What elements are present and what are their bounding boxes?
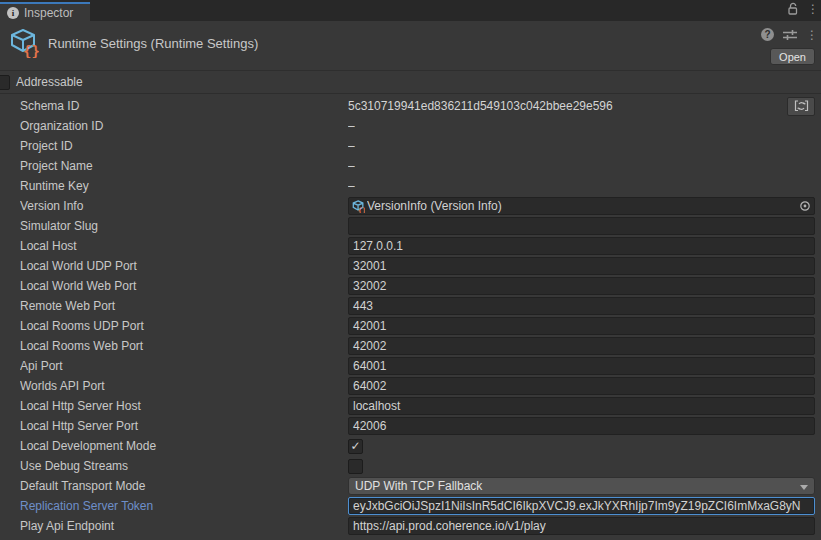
property-label: Local Http Server Port (20, 419, 348, 433)
property-label: Local Host (20, 239, 348, 253)
property-label: Local Rooms Web Port (20, 339, 348, 353)
property-row-default-transport-mode: Default Transport ModeUDP With TCP Fallb… (0, 476, 821, 496)
property-label: Simulator Slug (20, 219, 348, 233)
version-info-object-field[interactable]: {}VersionInfo (Version Info) (348, 197, 815, 215)
api-port-input[interactable]: 64001 (348, 357, 815, 375)
schema-id-value: 5c310719941ed836211d549103c042bbee29e596 (348, 99, 613, 113)
local-rooms-web-port-input[interactable]: 42002 (348, 337, 815, 355)
addressable-label: Addressable (16, 75, 83, 89)
properties-list: Schema ID5c310719941ed836211d549103c042b… (0, 94, 821, 536)
property-label: Runtime Key (20, 179, 348, 193)
kebab-menu-icon[interactable]: ⋮ (806, 29, 814, 41)
property-label: Use Debug Streams (20, 459, 348, 473)
object-picker-icon[interactable] (798, 199, 812, 213)
property-row-remote-web-port: Remote Web Port443 (0, 296, 821, 316)
property-label: Play Api Endpoint (20, 519, 348, 533)
property-row-schema-id: Schema ID5c310719941ed836211d549103c042b… (0, 96, 821, 116)
property-row-api-port: Api Port64001 (0, 356, 821, 376)
property-label: Local Http Server Host (20, 399, 348, 413)
unlock-icon[interactable] (788, 2, 799, 15)
object-field-value: VersionInfo (Version Info) (367, 199, 798, 213)
property-label: Local World UDP Port (20, 259, 348, 273)
coherence-cube-icon: {} (9, 28, 39, 58)
property-label: Local World Web Port (20, 279, 348, 293)
property-row-play-api-endpoint: Play Api Endpointhttps://api.prod.cohere… (0, 516, 821, 536)
property-row-worlds-api-port: Worlds API Port64002 (0, 376, 821, 396)
property-row-runtime-key: Runtime Key– (0, 176, 821, 196)
property-label: Worlds API Port (20, 379, 348, 393)
chevron-down-icon (800, 485, 808, 490)
default-transport-mode-dropdown[interactable]: UDP With TCP Fallback (348, 477, 815, 495)
scriptable-object-icon: {} (352, 200, 365, 213)
property-label: Remote Web Port (20, 299, 348, 313)
property-row-project-id: Project ID– (0, 136, 821, 156)
property-row-local-world-udp-port: Local World UDP Port32001 (0, 256, 821, 276)
page-title: Runtime Settings (Runtime Settings) (48, 36, 258, 51)
project-id-value: – (348, 139, 355, 153)
local-http-server-host-input[interactable]: localhost (348, 397, 815, 415)
local-rooms-udp-port-input[interactable]: 42001 (348, 317, 815, 335)
replication-server-token-input[interactable]: eyJxbGciOiJSpzI1NiIsInR5dCI6IkpXVCJ9.exJ… (348, 497, 815, 515)
property-row-organization-id: Organization ID– (0, 116, 821, 136)
property-label: Project ID (20, 139, 348, 153)
local-world-web-port-input[interactable]: 32002 (348, 277, 815, 295)
property-label: Project Name (20, 159, 348, 173)
addressable-checkbox[interactable]: ✓ (0, 75, 10, 90)
project-name-value: – (348, 159, 355, 173)
local-development-mode-checkbox[interactable]: ✓ (348, 439, 363, 454)
property-label: Schema ID (20, 99, 348, 113)
property-row-local-development-mode: Local Development Mode✓ (0, 436, 821, 456)
tab-label: Inspector (24, 6, 73, 20)
local-world-udp-port-input[interactable]: 32001 (348, 257, 815, 275)
property-row-local-world-web-port: Local World Web Port32002 (0, 276, 821, 296)
property-row-local-rooms-udp-port: Local Rooms UDP Port42001 (0, 316, 821, 336)
runtime-key-value: – (348, 179, 355, 193)
property-label: Replication Server Token (20, 499, 348, 513)
svg-text:{}: {} (358, 205, 365, 212)
copy-schema-id-button[interactable] (787, 97, 815, 116)
play-api-endpoint-input[interactable]: https://api.prod.coherence.io/v1/play (348, 517, 815, 535)
use-debug-streams-checkbox[interactable]: ✓ (348, 459, 363, 474)
worlds-api-port-input[interactable]: 64002 (348, 377, 815, 395)
presets-icon[interactable] (783, 29, 797, 41)
property-row-local-http-server-host: Local Http Server Hostlocalhost (0, 396, 821, 416)
property-label: Version Info (20, 199, 348, 213)
inspector-header: {} Runtime Settings (Runtime Settings) ?… (0, 21, 821, 71)
tab-bar: i Inspector ⋮ (0, 0, 821, 21)
property-label: Organization ID (20, 119, 348, 133)
open-button[interactable]: Open (770, 48, 815, 65)
property-row-simulator-slug: Simulator Slug (0, 216, 821, 236)
property-label: Default Transport Mode (20, 479, 348, 493)
dropdown-selected-value: UDP With TCP Fallback (355, 479, 482, 493)
property-row-local-rooms-web-port: Local Rooms Web Port42002 (0, 336, 821, 356)
property-row-version-info: Version Info{}VersionInfo (Version Info) (0, 196, 821, 216)
tab-inspector[interactable]: i Inspector (0, 2, 90, 21)
property-row-use-debug-streams: Use Debug Streams✓ (0, 456, 821, 476)
svg-text:{}: {} (23, 43, 39, 58)
property-label: Local Development Mode (20, 439, 348, 453)
info-icon: i (7, 7, 19, 19)
local-http-server-port-input[interactable]: 42006 (348, 417, 815, 435)
remote-web-port-input[interactable]: 443 (348, 297, 815, 315)
property-row-local-http-server-port: Local Http Server Port42006 (0, 416, 821, 436)
simulator-slug-input[interactable] (348, 217, 815, 235)
kebab-menu-icon[interactable]: ⋮ (807, 3, 815, 15)
help-icon[interactable]: ? (761, 28, 774, 41)
property-label: Local Rooms UDP Port (20, 319, 348, 333)
local-host-input[interactable]: 127.0.0.1 (348, 237, 815, 255)
property-row-project-name: Project Name– (0, 156, 821, 176)
organization-id-value: – (348, 119, 355, 133)
property-label: Api Port (20, 359, 348, 373)
addressable-row: ✓ Addressable (0, 71, 821, 94)
property-row-local-host: Local Host127.0.0.1 (0, 236, 821, 256)
property-row-replication-server-token: Replication Server TokeneyJxbGciOiJSpzI1… (0, 496, 821, 516)
